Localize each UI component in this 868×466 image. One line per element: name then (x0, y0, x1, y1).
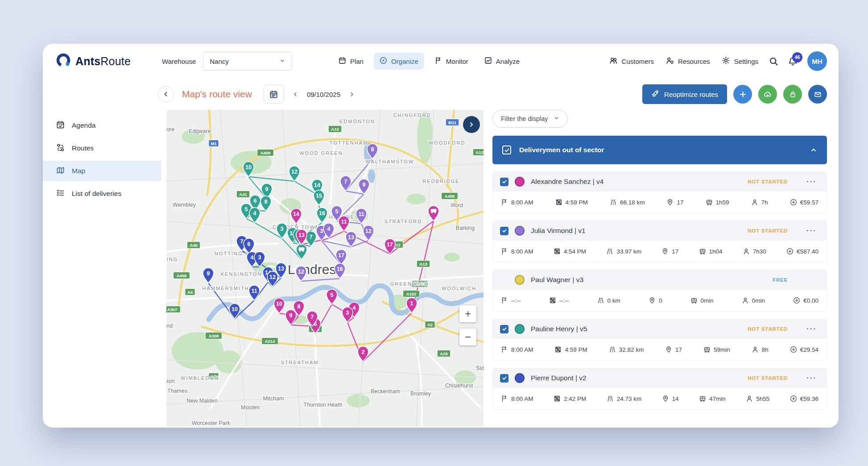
vehicle-icon (690, 297, 698, 304)
chevron-up-icon[interactable] (810, 146, 817, 154)
svg-text:7: 7 (240, 238, 244, 245)
driver-menu-button[interactable]: ··· (806, 226, 817, 235)
distance-stat: 24.73 km (607, 395, 642, 402)
svg-text:A12: A12 (475, 150, 483, 155)
map-canvas[interactable]: M11M1A10A406A406A406A41A40A4A306A307A3A2… (166, 110, 484, 427)
stops-pin-icon (661, 248, 669, 255)
logo-icon (55, 52, 71, 70)
nav-item-resources[interactable]: Resources (665, 54, 711, 69)
driver-menu-button[interactable]: ··· (806, 374, 817, 383)
sidebar-item-deliveries[interactable]: List of deliveries (43, 183, 161, 204)
driver-checkbox[interactable] (500, 325, 508, 333)
previous-day-button[interactable] (292, 91, 299, 98)
svg-text:11: 11 (251, 288, 257, 294)
page-title: Map's route view (182, 89, 252, 100)
svg-text:A307: A307 (167, 307, 178, 312)
road-badge: A406 (257, 150, 274, 156)
driver-name: Alexandre Sanchez | v4 (531, 178, 603, 186)
group-title: Deliverymen out of sector (519, 146, 604, 154)
driver-status-badge: NOT STARTED (748, 179, 788, 184)
person-icon (746, 395, 753, 402)
start-flag-icon (501, 248, 508, 255)
driver-menu-button[interactable]: ··· (806, 325, 817, 333)
nav-item-analyze[interactable]: Analyze (479, 53, 525, 70)
left-sidebar: Agenda Routes Map List of deliveries (43, 115, 161, 206)
nav-item-settings[interactable]: Settings (721, 54, 759, 69)
nav-item-plan[interactable]: Plan (333, 53, 369, 70)
driver-status-badge: NOT STARTED (748, 326, 788, 332)
road-badge: A406 (174, 272, 190, 279)
distance-icon (609, 346, 616, 353)
road-badge: A41 (236, 191, 250, 198)
nav-item-customers[interactable]: Customers (608, 54, 655, 69)
svg-text:A4: A4 (187, 290, 193, 295)
svg-text:16: 16 (337, 266, 343, 272)
filter-display-button[interactable]: Filter the display (492, 110, 568, 128)
app-logo[interactable]: AntsRoute (55, 52, 131, 70)
work-time-stat: 7h30 (743, 248, 766, 255)
svg-text:A20: A20 (440, 351, 447, 356)
start-flag-icon (501, 199, 508, 206)
nav-item-organize[interactable]: Organize (374, 53, 424, 70)
vehicle-icon (699, 395, 706, 402)
svg-text:11: 11 (358, 211, 364, 217)
user-avatar[interactable]: MH (807, 51, 827, 71)
driver-name: Pierre Dupont | v2 (531, 374, 587, 382)
deliverymen-group-header: Deliverymen out of sector (492, 136, 827, 164)
sidebar-item-routes[interactable]: Routes (43, 138, 161, 158)
svg-text:4: 4 (251, 254, 254, 261)
app-window: AntsRoute Warehouse Nancy Plan Organize (43, 44, 839, 428)
zoom-out-button[interactable]: − (459, 329, 476, 345)
map-area-label: REDBRIDGE (422, 179, 459, 184)
group-checkbox[interactable] (502, 146, 511, 154)
road-badge: A2 (425, 321, 435, 328)
driver-stats-row: 8:00 AM 4:59 PM 32.82 km 17 59min 8h (493, 339, 827, 360)
next-day-button[interactable] (348, 91, 355, 98)
add-button[interactable] (733, 85, 752, 104)
svg-text:9: 9 (265, 186, 269, 192)
svg-text:2: 2 (362, 349, 365, 355)
search-icon[interactable] (769, 57, 778, 66)
road-badge: A4 (185, 289, 195, 295)
svg-text:M11: M11 (448, 120, 457, 125)
driver-checkbox[interactable] (500, 178, 508, 186)
top-navbar: AntsRoute Warehouse Nancy Plan Organize (43, 44, 839, 79)
svg-text:9: 9 (289, 312, 293, 319)
cost-download-icon (790, 395, 797, 402)
drive-time-stat: 1h59 (706, 199, 729, 206)
driver-header: Pierre Dupont | v2 NOT STARTED ··· (493, 368, 827, 388)
customers-icon (609, 56, 618, 66)
end-time-stat: 4:59 PM (555, 199, 588, 206)
cost-download-icon (790, 199, 797, 206)
cost-download-icon (786, 248, 794, 255)
svg-text:A406: A406 (445, 194, 455, 199)
calendar-picker-button[interactable] (264, 85, 284, 104)
stops-stat: 17 (665, 346, 682, 353)
driver-menu-button[interactable]: ··· (806, 177, 817, 186)
svg-text:4: 4 (353, 305, 356, 311)
checklist-icon (56, 189, 65, 199)
notifications-bell[interactable]: 46 (788, 57, 798, 66)
reoptimize-routes-button[interactable]: Reoptimize routes (642, 84, 727, 104)
svg-text:14: 14 (314, 182, 320, 188)
driver-stats-row: 8:00 AM 4:54 PM 33.97 km 17 1h04 7h30 (493, 241, 827, 262)
email-button[interactable] (808, 85, 827, 104)
sidebar-item-agenda[interactable]: Agenda (43, 115, 161, 136)
sidebar-item-map[interactable]: Map (43, 161, 161, 181)
back-button[interactable] (158, 86, 174, 102)
map-area-label: HAMMERSMITH (202, 286, 249, 291)
lock-button[interactable] (783, 85, 802, 104)
cost-stat: €29.54 (790, 346, 818, 353)
cost-stat: €59.36 (790, 395, 818, 402)
driver-checkbox[interactable] (500, 227, 508, 235)
end-time-stat: 2:42 PM (554, 395, 586, 402)
warehouse-select[interactable]: Nancy (203, 52, 292, 71)
date-navigator: 09/10/2025 (292, 91, 355, 98)
cloud-upload-button[interactable] (758, 85, 777, 104)
nav-item-monitor[interactable]: Monitor (429, 53, 474, 70)
map-panel-collapse-button[interactable] (463, 116, 480, 133)
svg-text:A406: A406 (177, 273, 187, 278)
warehouse-label: Warehouse (162, 58, 196, 65)
driver-checkbox[interactable] (500, 374, 508, 383)
zoom-in-button[interactable]: + (459, 305, 476, 322)
